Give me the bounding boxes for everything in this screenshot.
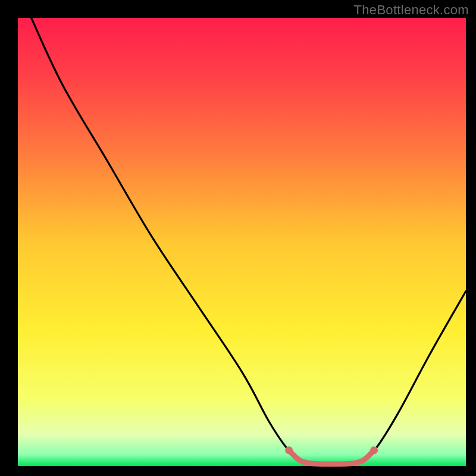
chart-frame: TheBottleneck.com [0,0,476,476]
highlight-endpoint-left [285,446,293,454]
highlight-endpoint-right [370,446,378,454]
bottleneck-chart [0,0,476,476]
plot-background [18,18,466,466]
watermark-text: TheBottleneck.com [354,2,469,18]
